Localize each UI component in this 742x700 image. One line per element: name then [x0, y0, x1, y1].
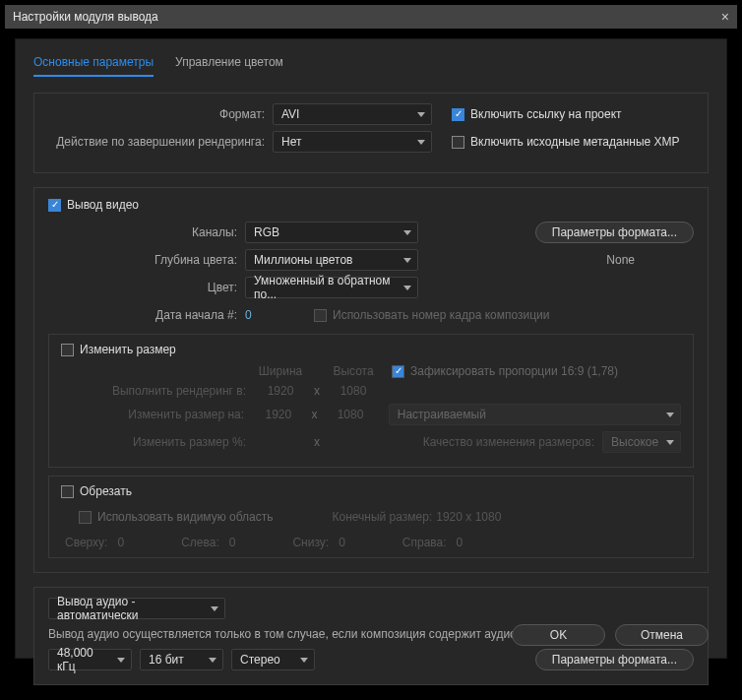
use-comp-frame-label: Использовать номер кадра композиции	[333, 308, 550, 322]
use-roi-checkbox	[79, 511, 92, 524]
render-height: 1080	[329, 384, 378, 398]
resize-width: 1920	[254, 408, 302, 421]
color-label: Цвет:	[48, 281, 245, 294]
lock-aspect-label: Зафиксировать пропорции 16:9 (1,78)	[410, 364, 618, 378]
channels-label: Каналы:	[48, 225, 245, 239]
depth-select[interactable]: Миллионы цветов	[245, 249, 418, 271]
video-output-checkbox[interactable]	[48, 199, 61, 212]
lock-aspect-checkbox	[392, 365, 404, 378]
tab-color[interactable]: Управление цветом	[175, 55, 283, 77]
crop-right-value: 0	[457, 536, 464, 549]
crop-bottom-value: 0	[339, 536, 345, 549]
resize-label: Изменить размер	[80, 343, 176, 356]
audio-rate-select[interactable]: 48,000 кГц	[48, 649, 132, 670]
start-frame-label: Дата начала #:	[48, 308, 245, 322]
crop-right-label: Справа:	[402, 536, 447, 549]
color-select[interactable]: Умноженный в обратном по...	[245, 277, 418, 298]
channels-select[interactable]: RGB	[245, 222, 418, 243]
cancel-button[interactable]: Отмена	[615, 624, 709, 646]
crop-label: Обрезать	[80, 484, 132, 498]
format-panel: Формат: AVI Включить ссылку на проект Де…	[33, 93, 709, 173]
start-frame-value[interactable]: 0	[245, 308, 284, 322]
crop-bottom-label: Снизу:	[292, 536, 329, 549]
post-render-select[interactable]: Нет	[273, 131, 432, 153]
format-label: Формат:	[48, 107, 273, 121]
format-select[interactable]: AVI	[273, 103, 432, 125]
audio-mode-select[interactable]: Вывод аудио - автоматически	[48, 598, 225, 619]
audio-bits-select[interactable]: 16 бит	[140, 649, 223, 670]
resize-quality-label: Качество изменения размеров:	[423, 435, 594, 449]
include-link-label: Включить ссылку на проект	[470, 107, 622, 121]
depth-label: Глубина цвета:	[48, 253, 245, 267]
resize-panel: Изменить размер Ширина Высота Зафиксиров…	[48, 334, 694, 468]
include-link-checkbox[interactable]	[452, 108, 464, 121]
resize-height: 1080	[326, 408, 374, 421]
final-size-label: Конечный размер:	[333, 510, 433, 524]
audio-format-options-button[interactable]: Параметры формата...	[535, 649, 694, 670]
video-none-text: None	[606, 253, 635, 267]
window-title: Настройки модуля вывода	[13, 10, 158, 24]
video-output-label: Вывод видео	[67, 198, 139, 212]
crop-left-value: 0	[229, 536, 236, 549]
crop-panel: Обрезать Использовать видимую область Ко…	[48, 476, 694, 558]
close-icon[interactable]: ×	[721, 9, 729, 25]
width-header: Ширина	[256, 364, 305, 378]
post-render-label: Действие по завершении рендеринга:	[48, 135, 273, 149]
crop-top-label: Сверху:	[65, 536, 107, 549]
tabs: Основные параметры Управление цветом	[33, 55, 709, 77]
use-comp-frame-checkbox	[314, 309, 327, 322]
final-size-value: 1920 x 1080	[436, 510, 501, 524]
video-format-options-button[interactable]: Параметры формата...	[535, 222, 694, 243]
crop-checkbox[interactable]	[61, 485, 74, 498]
include-xmp-label: Включить исходные метаданные XMP	[470, 135, 680, 149]
resize-quality-select: Высокое	[602, 431, 681, 453]
titlebar: Настройки модуля вывода ×	[5, 5, 737, 29]
resize-checkbox[interactable]	[61, 344, 74, 356]
use-roi-label: Использовать видимую область	[97, 510, 274, 524]
resize-preset-select: Настраиваемый	[389, 404, 681, 425]
resize-to-label: Изменить размер на:	[61, 408, 254, 421]
render-width: 1920	[256, 384, 305, 398]
video-panel: Вывод видео Каналы: RGB Параметры формат…	[33, 187, 709, 573]
render-at-label: Выполнить рендеринг в:	[61, 384, 256, 398]
audio-channels-select[interactable]: Стерео	[231, 649, 315, 670]
crop-top-value: 0	[117, 536, 124, 549]
resize-pct-label: Изменить размер %:	[61, 435, 256, 449]
tab-main[interactable]: Основные параметры	[33, 55, 154, 77]
ok-button[interactable]: OK	[512, 624, 605, 646]
crop-left-label: Слева:	[181, 536, 219, 549]
height-header: Высота	[329, 364, 378, 378]
include-xmp-checkbox[interactable]	[452, 136, 464, 149]
